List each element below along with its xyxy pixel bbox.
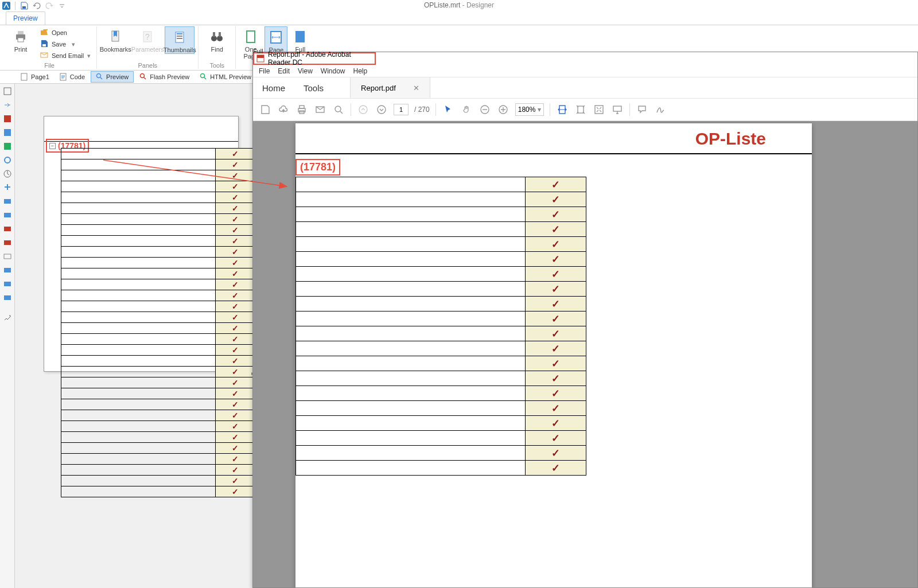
acrobat-canvas[interactable]: OP-Liste (17781) ✓✓✓✓✓✓✓✓✓✓✓✓✓✓✓✓✓✓✓✓ <box>253 121 917 587</box>
printer-icon[interactable] <box>295 103 308 116</box>
menu-file[interactable]: File <box>259 67 270 75</box>
sidebar-tool-icon[interactable] <box>2 293 13 303</box>
pointer-icon[interactable] <box>442 103 454 116</box>
sidebar-tool-icon[interactable] <box>2 312 13 322</box>
redo-icon[interactable] <box>44 1 55 11</box>
sidebar-tool-icon[interactable] <box>2 127 13 138</box>
acrobat-menubar: File Edit View Window Help <box>253 65 917 77</box>
sign-icon[interactable] <box>654 103 667 116</box>
hand-icon[interactable] <box>460 103 473 116</box>
table-row: ✓ <box>61 258 253 268</box>
open-button[interactable]: Open <box>38 28 93 38</box>
sidebar-tool-icon[interactable] <box>2 265 13 275</box>
bookmarks-button[interactable]: Bookmarks <box>100 26 130 53</box>
sidebar-tool-icon[interactable] <box>2 224 13 234</box>
sidebar-tool-icon[interactable] <box>2 251 13 262</box>
zoom-in-icon[interactable] <box>497 103 509 116</box>
page-up-icon[interactable] <box>357 103 369 116</box>
svg-rect-37 <box>4 254 11 259</box>
zoom-out-icon[interactable] <box>479 103 491 116</box>
svg-point-24 <box>141 74 145 78</box>
collapse-icon[interactable]: − <box>49 143 56 149</box>
ribbon-group-panels: Bookmarks ? Parameters Thumbnails Panels <box>97 26 199 69</box>
save-icon[interactable] <box>19 1 29 11</box>
sidebar-tool-icon[interactable] <box>2 210 13 220</box>
svg-rect-18 <box>247 31 255 42</box>
tab-preview[interactable]: Preview <box>6 11 45 25</box>
acrobat-titlebar: Report.pdf - Adobe Acrobat Reader DC <box>253 52 376 65</box>
svg-rect-36 <box>4 240 11 245</box>
fullscreen-icon[interactable] <box>593 103 605 116</box>
menu-view[interactable]: View <box>298 67 313 75</box>
save-button[interactable]: Save ▾ <box>38 39 93 49</box>
acrobat-tab-document[interactable]: Report.pdf ✕ <box>350 77 430 98</box>
sidebar-tool-icon[interactable] <box>2 196 13 207</box>
table-row: ✓ <box>61 192 253 203</box>
cloud-icon[interactable] <box>277 103 290 116</box>
magnifier-icon <box>96 73 104 81</box>
svg-rect-16 <box>213 32 215 37</box>
sidebar-tool-icon[interactable] <box>2 279 13 289</box>
svg-point-23 <box>97 74 101 78</box>
checkmark-icon: ✓ <box>551 283 560 295</box>
docbar-flash[interactable]: Flash Preview <box>135 72 194 82</box>
sidebar-tool-icon[interactable] <box>2 114 13 124</box>
table-row: ✓ <box>61 214 253 225</box>
svg-rect-28 <box>4 115 11 122</box>
table-row: ✓ <box>61 465 253 476</box>
preview-canvas[interactable]: − (17781) ✓✓✓✓✓✓✓✓✓✓✓✓✓✓✓✓✓✓✓✓✓✓✓✓✓✓✓✓✓✓… <box>15 84 252 588</box>
envelope-icon[interactable] <box>314 103 326 116</box>
page-down-icon[interactable] <box>375 103 388 116</box>
title-appname: Designer <box>466 1 494 9</box>
preview-table: ✓✓✓✓✓✓✓✓✓✓✓✓✓✓✓✓✓✓✓✓✓✓✓✓✓✓✓✓✓✓✓✓ <box>61 148 252 497</box>
svg-rect-34 <box>4 213 11 217</box>
code-icon <box>60 73 68 81</box>
find-button[interactable]: Find <box>202 26 232 53</box>
undo-icon[interactable] <box>32 1 42 11</box>
sidebar-tool-icon[interactable] <box>2 237 13 248</box>
fit-page-icon[interactable] <box>574 103 587 116</box>
close-icon[interactable]: ✕ <box>413 84 419 92</box>
page-number-input[interactable] <box>394 104 409 115</box>
app-icon[interactable] <box>1 1 11 11</box>
sidebar-tool-icon[interactable] <box>2 100 13 110</box>
full-label-cut: Full <box>253 48 263 54</box>
print-button[interactable]: Print <box>6 26 36 53</box>
checkmark-icon: ✓ <box>551 343 560 355</box>
svg-rect-11 <box>177 33 182 34</box>
acrobat-tab-tools[interactable]: Tools <box>294 79 333 98</box>
docbar-code[interactable]: Code <box>55 72 90 82</box>
search-icon[interactable] <box>332 103 345 116</box>
docbar-page1[interactable]: Page1 <box>16 72 54 82</box>
menu-edit[interactable]: Edit <box>278 67 290 75</box>
sidebar-tool-icon[interactable] <box>2 141 13 151</box>
checkmark-icon: ✓ <box>232 204 239 213</box>
sidebar-tool-icon[interactable] <box>2 155 13 165</box>
read-mode-icon[interactable] <box>611 103 624 116</box>
svg-rect-1 <box>22 6 26 9</box>
docbar-html[interactable]: HTML Preview <box>195 72 256 82</box>
checkmark-icon: ✓ <box>551 239 560 250</box>
fit-width-icon[interactable] <box>556 103 569 116</box>
acrobat-tab-home[interactable]: Home <box>253 79 294 98</box>
thumbnails-button[interactable]: Thumbnails <box>165 26 195 54</box>
full-button[interactable]: Full <box>290 26 310 53</box>
svg-rect-54 <box>595 106 603 114</box>
binoculars-icon <box>208 28 226 46</box>
checkmark-icon: ✓ <box>551 268 560 280</box>
menu-window[interactable]: Window <box>321 67 345 75</box>
comment-icon[interactable] <box>636 103 648 116</box>
table-row: ✓ <box>296 461 586 476</box>
sidebar-tool-icon[interactable] <box>2 86 13 96</box>
table-row: ✓ <box>61 334 253 345</box>
send-email-button[interactable]: Send Email ▾ <box>38 50 93 61</box>
save-icon[interactable] <box>259 103 271 116</box>
docbar-preview[interactable]: Preview <box>91 71 134 83</box>
table-row: ✓ <box>296 431 586 446</box>
zoom-select[interactable]: 180% ▾ <box>515 103 544 116</box>
menu-help[interactable]: Help <box>353 67 368 75</box>
sidebar-tool-icon[interactable] <box>2 169 13 179</box>
sidebar-tool-icon[interactable] <box>2 182 13 193</box>
dropdown-icon[interactable] <box>57 1 67 11</box>
parameters-button[interactable]: ? Parameters <box>133 26 162 53</box>
